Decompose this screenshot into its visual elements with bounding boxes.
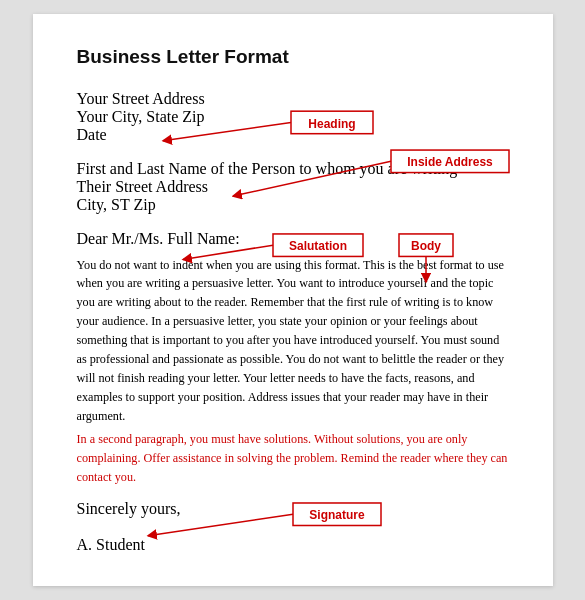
document-page: Business Letter Format Your Street Addre… — [33, 14, 553, 587]
inside-address-block: First and Last Name of the Person to who… — [77, 160, 509, 214]
address-line1: Your Street Address — [77, 90, 509, 108]
address-block: Your Street Address Your City, State Zip… — [77, 90, 509, 144]
inside-address-line3: City, ST Zip — [77, 196, 509, 214]
page-title: Business Letter Format — [77, 46, 509, 68]
signature-text: A. Student — [77, 536, 509, 554]
inside-address-line1: First and Last Name of the Person to who… — [77, 160, 509, 178]
closing-text: Sincerely yours, — [77, 500, 509, 518]
salutation-text: Dear Mr./Ms. Full Name: — [77, 230, 240, 247]
closing-block: Sincerely yours, A. Student — [77, 500, 509, 554]
address-line2: Your City, State Zip — [77, 108, 509, 126]
body-text-2: In a second paragraph, you must have sol… — [77, 432, 508, 484]
address-line3: Date — [77, 126, 509, 144]
body-paragraph-1: You do not want to indent when you are u… — [77, 256, 509, 426]
salutation-line: Dear Mr./Ms. Full Name: — [77, 230, 509, 248]
body-text-1: You do not want to indent when you are u… — [77, 258, 505, 423]
body-paragraph-2: In a second paragraph, you must have sol… — [77, 430, 509, 487]
inside-address-line2: Their Street Address — [77, 178, 509, 196]
